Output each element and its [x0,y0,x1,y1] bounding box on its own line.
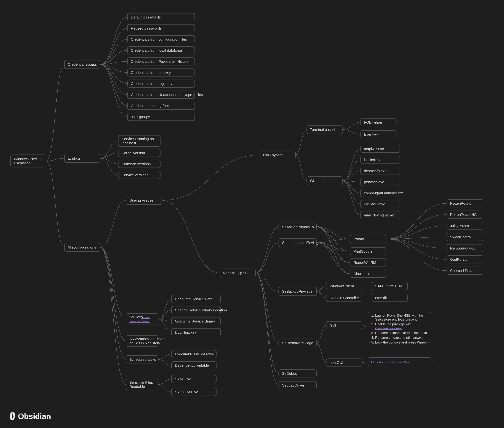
node-sfr1[interactable]: SAM Hive [171,375,216,383]
node-exp[interactable]: Exploits [65,154,100,163]
node-svc4[interactable]: DLL Hijacking [171,328,220,336]
node-sch2[interactable]: Dependency writable [171,362,216,369]
node-cred5[interactable]: Credentials from Powershell History [127,58,195,65]
svg-text:Leveraging Windows[interactable]: Leveraging Windows [129,320,150,323]
node-gui2[interactable]: iscsicpl.exe [361,156,400,164]
node-exp1[interactable]: Services running onlocalhost [118,135,160,147]
node-cred1[interactable]: Default passwords [127,13,195,21]
node-exp4[interactable]: Service versions [118,171,160,179]
node-pot2[interactable]: RottenPotatoNG [447,211,483,218]
node-guib[interactable]: GUI based [307,177,342,185]
node-gui[interactable]: GUI [326,321,362,329]
link-serestoreabuse[interactable]: https://github.com/xct/SeRestoreAbuse [371,361,410,363]
node-cred[interactable]: Credential access [65,60,100,69]
svg-text:Churrasco: Churrasco [353,272,370,276]
edge [342,181,361,204]
node-cred6[interactable]: Credentials from cmdkey [127,69,195,76]
node-cred10[interactable]: user groups [127,113,195,121]
node-gui5[interactable]: compMgmtLauncher.exe [361,189,404,197]
node-pot6[interactable]: GodPotato [447,255,483,263]
node-gui7[interactable]: mmc devmgmt.msc [361,211,400,219]
svg-text:UAC bypass: UAC bypass [263,153,284,157]
node-term2[interactable]: Eventvwr [361,131,396,138]
svg-text:Launch PowerShell/ISE with the: Launch PowerShell/ISE with the [375,313,423,317]
node-gui1[interactable]: netplwiz.exe [361,145,400,153]
node-cred4[interactable]: Credentials from local database [127,47,195,54]
node-seld[interactable]: SeLoadDriver [279,381,317,389]
node-uac[interactable]: UAC bypass [260,151,295,159]
node-term[interactable]: Terminal based [307,125,342,134]
node-upriv[interactable]: User privileges [126,196,162,205]
node-svc2[interactable]: Change Service Binary Location [171,306,227,314]
node-svc1[interactable]: Unqouted Service Path [171,295,220,303]
node-wcli[interactable]: Windows client [326,282,362,290]
node-root[interactable]: Windows PrivilegeEscalation [10,155,46,167]
edge [317,239,350,243]
node-cred7[interactable]: Credentials from registery [127,80,195,87]
svg-text:netplwiz.exe: netplwiz.exe [364,147,384,151]
link-enable-serestore[interactable]: Enable-SeRestorePrivilege [375,327,402,330]
svg-text:Domain Controller: Domain Controller [330,296,359,300]
node-sams[interactable]: SAM + SYSTEM [372,282,407,290]
node-gui3[interactable]: dcomcnfg.exe [361,167,400,175]
edge [386,239,447,259]
mindmap-canvas[interactable]: Windows PrivilegeEscalationCredential ac… [0,0,504,428]
edge [162,200,220,273]
svg-text:Credentials from local databas: Credentials from local database [131,48,182,53]
node-sere[interactable]: SeRestorePrivilege [279,339,317,347]
svg-text:RottenPotato: RottenPotato [450,201,471,206]
node-seimp[interactable]: SeImpersonatePrivilege [279,239,321,247]
edge [100,153,118,158]
edge [317,227,350,263]
edge [158,379,171,385]
edge [317,243,350,274]
node-cred8[interactable]: Credentials from Unattended or sysprep f… [127,91,203,99]
svg-text:GUI: GUI [330,323,336,327]
node-cred9[interactable]: Credential from log files [127,102,195,110]
node-sched[interactable]: Scheduled tasks [126,355,158,363]
node-aie[interactable]: AlwaysInstalledElevated Set in Registery [126,335,165,347]
link-20-eop[interactable]: 20 EoP - [141,316,150,319]
node-who[interactable]: whoami /priv [220,269,256,277]
node-sapt[interactable]: SeAssignPrimaryToken [279,223,320,231]
edge [100,247,126,319]
node-pot5[interactable]: RemotePotato0 [447,244,483,252]
node-dc[interactable]: Domain Controller [326,294,362,302]
node-sch1[interactable]: Executable File Writable [171,350,216,358]
edge [100,247,126,341]
svg-text:SAM Hive: SAM Hive [175,377,191,381]
node-chur[interactable]: Churrasco [350,270,386,278]
node-svc[interactable]: Services20 EoP -Leveraging Windows [126,313,158,325]
node-pot4[interactable]: SweetPotato [447,233,483,241]
node-exp2[interactable]: Kernel version [118,149,160,157]
node-sfr[interactable]: Sensitive FilesReadable [126,379,158,390]
node-gui6[interactable]: eventvwr.exe [361,200,400,208]
node-term1[interactable]: FODHelper [361,118,396,126]
node-svc3[interactable]: Overwrite Service Binary [171,317,220,325]
node-exp3[interactable]: Software versions [118,160,160,168]
node-pot7[interactable]: Coerced Potato [447,267,483,274]
node-ngui[interactable]: non GUI [326,359,362,366]
svg-text:AlwaysInstalledElevat: AlwaysInstalledElevat [130,337,165,341]
node-ngui-link[interactable]: https://github.com/xct/SeRestoreAbuse [368,358,433,366]
svg-text:Overwrite Service Binary: Overwrite Service Binary [175,319,215,323]
svg-text:Windows client: Windows client [330,284,354,288]
edge [46,158,65,161]
svg-text:ed Set in Registery: ed Set in Registery [130,341,160,345]
node-psp[interactable]: PrintSpoofer [350,247,386,255]
node-gui4[interactable]: perfmon.exe [361,178,400,186]
node-pot3[interactable]: JuicyPotato [447,222,483,230]
node-ntds[interactable]: ntds.dit [372,294,407,302]
edge [317,325,326,343]
node-cred3[interactable]: Credentials from configuration files [127,35,195,43]
node-sebk[interactable]: SeBackupPrivilege [279,287,317,296]
node-pot[interactable]: Potato [350,235,386,243]
node-sfr2[interactable]: SYSTEM Hive [171,388,216,396]
node-pot1[interactable]: RottenPotato [447,199,483,207]
node-rwrm[interactable]: RogueWinRM [350,259,386,266]
node-sedbg[interactable]: SeDebug [279,370,317,377]
svg-text:SeRestore privilege present.: SeRestore privilege present. [375,317,418,321]
svg-text:Software versions: Software versions [122,162,151,166]
node-mis[interactable]: Misconfigurations [65,243,100,251]
node-cred2[interactable]: Reused passwords [127,24,195,32]
